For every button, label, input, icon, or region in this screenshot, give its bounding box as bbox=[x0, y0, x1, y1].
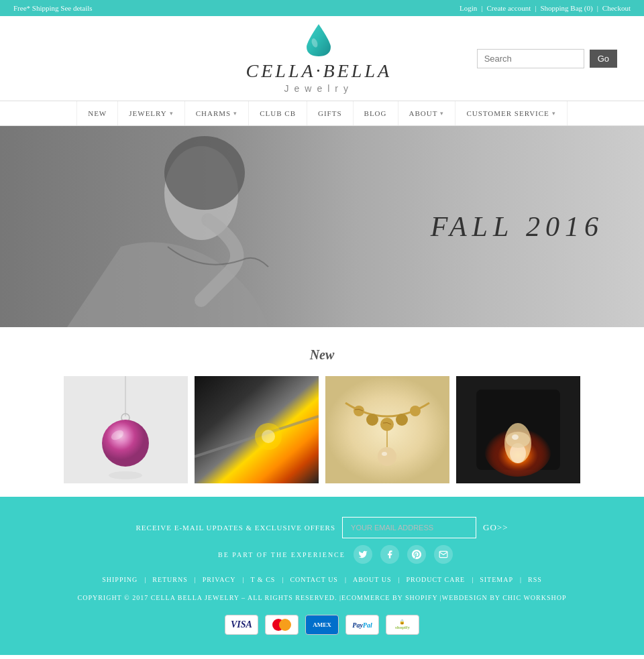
footer-link-rss[interactable]: RSS bbox=[528, 576, 542, 583]
nav-label-blog: BLOG bbox=[364, 109, 387, 117]
sep3: | bbox=[597, 4, 598, 12]
newsletter-input[interactable] bbox=[342, 517, 476, 538]
svg-point-29 bbox=[512, 434, 519, 440]
email-icon[interactable] bbox=[434, 545, 453, 564]
svg-point-3 bbox=[164, 136, 245, 210]
product-pendant-image bbox=[64, 376, 188, 483]
sep2: | bbox=[535, 4, 536, 12]
nav-label-clubcb: CLUB CB bbox=[260, 109, 296, 117]
footer-newsletter-row: RECEIVE E-MAIL UPDATES & EXCLUSIVE OFFER… bbox=[27, 517, 617, 564]
newsletter-go-button[interactable]: GO>> bbox=[483, 522, 508, 533]
nav-item-charms[interactable]: CHARMS ▾ bbox=[185, 101, 249, 125]
nav-item-clubcb[interactable]: CLUB CB bbox=[249, 101, 307, 125]
checkout-link[interactable]: Checkout bbox=[602, 4, 631, 12]
logo-text: CELLA·BELLA bbox=[246, 60, 392, 82]
chevron-down-icon: ▾ bbox=[170, 110, 174, 117]
svg-point-21 bbox=[382, 452, 387, 456]
svg-rect-10 bbox=[195, 376, 319, 483]
nav-label-jewelry: JEWELRY bbox=[129, 109, 167, 117]
svg-point-13 bbox=[262, 430, 275, 443]
logo-subtitle: Jewelry bbox=[246, 83, 392, 94]
newsletter-label: RECEIVE E-MAIL UPDATES & EXCLUSIVE OFFER… bbox=[136, 524, 335, 532]
footer-link-contact[interactable]: CONTACT US bbox=[290, 576, 338, 583]
header: CELLA·BELLA Jewelry Go bbox=[0, 16, 644, 101]
top-bar-right: Login | Create account | Shopping Bag (0… bbox=[460, 4, 631, 12]
twitter-icon[interactable] bbox=[354, 545, 372, 564]
shopify-payment-icon: 🔒 shopify bbox=[386, 615, 419, 635]
social-label: BE PART OF THE EXPERIENCE bbox=[218, 551, 345, 558]
product-card-2[interactable] bbox=[195, 376, 319, 483]
login-link[interactable]: Login bbox=[460, 4, 477, 12]
chevron-down-icon: ▾ bbox=[440, 110, 444, 117]
top-bar: Free* Shipping See details Login | Creat… bbox=[0, 0, 644, 16]
footer-link-shipping[interactable]: SHIPPING bbox=[102, 576, 138, 583]
mastercard-payment-icon bbox=[265, 615, 299, 635]
visa-payment-icon: VISA bbox=[225, 615, 258, 635]
footer-links: SHIPPING | RETURNS | PRIVACY | T & CS | … bbox=[27, 576, 617, 583]
product-glassblowing-image bbox=[195, 376, 319, 483]
footer: RECEIVE E-MAIL UPDATES & EXCLUSIVE OFFER… bbox=[0, 497, 644, 655]
footer-link-privacy[interactable]: PRIVACY bbox=[203, 576, 236, 583]
hero-title-text: FALL 2016 bbox=[431, 211, 604, 243]
logo: CELLA·BELLA Jewelry bbox=[246, 23, 392, 94]
chevron-down-icon: ▾ bbox=[233, 110, 237, 117]
svg-point-16 bbox=[366, 414, 378, 426]
main-nav: NEW JEWELRY ▾ CHARMS ▾ CLUB CB GIFTS BLO… bbox=[0, 101, 644, 126]
svg-point-28 bbox=[506, 432, 530, 448]
product-gold-necklace-image bbox=[325, 376, 449, 483]
nav-item-gifts[interactable]: GIFTS bbox=[307, 101, 354, 125]
nav-item-new[interactable]: NEW bbox=[76, 101, 118, 125]
footer-copyright: COPYRIGHT © 2017 CELLA BELLA JEWELRY – A… bbox=[27, 594, 617, 601]
search-area: Go bbox=[477, 49, 617, 68]
footer-link-product-care[interactable]: PRODUCT CARE bbox=[407, 576, 466, 583]
social-section: BE PART OF THE EXPERIENCE bbox=[218, 545, 453, 564]
nav-item-customer-service[interactable]: CUSTOMER SERVICE ▾ bbox=[455, 101, 567, 125]
hero-background: FALL 2016 bbox=[0, 126, 644, 327]
svg-point-20 bbox=[378, 447, 396, 466]
nav-item-blog[interactable]: BLOG bbox=[354, 101, 398, 125]
facebook-icon[interactable] bbox=[380, 545, 399, 564]
svg-point-7 bbox=[102, 420, 149, 467]
search-go-button[interactable]: Go bbox=[590, 50, 617, 68]
nav-item-about[interactable]: ABOUT ▾ bbox=[398, 101, 456, 125]
product-card-1[interactable] bbox=[64, 376, 188, 483]
amex-payment-icon: AMEX bbox=[305, 615, 339, 635]
pinterest-icon[interactable] bbox=[407, 545, 426, 564]
nav-item-jewelry[interactable]: JEWELRY ▾ bbox=[118, 101, 185, 125]
logo-droplet-icon bbox=[305, 23, 332, 58]
footer-link-sitemap[interactable]: SITEMAP bbox=[480, 576, 513, 583]
svg-point-19 bbox=[410, 406, 421, 416]
product-furnace-image bbox=[456, 376, 580, 483]
nav-label-customer-service: CUSTOMER SERVICE bbox=[466, 109, 549, 117]
new-section-title: New bbox=[13, 347, 631, 363]
products-grid bbox=[13, 376, 631, 483]
product-card-4[interactable] bbox=[456, 376, 580, 483]
payment-icons: VISA AMEX PayPal 🔒 shopify bbox=[27, 615, 617, 635]
nav-label-gifts: GIFTS bbox=[318, 109, 342, 117]
footer-link-about[interactable]: ABOUT US bbox=[353, 576, 392, 583]
footer-link-tcs[interactable]: T & CS bbox=[250, 576, 275, 583]
nav-label-about: ABOUT bbox=[409, 109, 438, 117]
paypal-payment-icon: PayPal bbox=[345, 615, 379, 635]
svg-point-9 bbox=[109, 471, 142, 479]
chevron-down-icon: ▾ bbox=[552, 110, 556, 117]
nav-label-new: NEW bbox=[88, 109, 107, 117]
create-account-link[interactable]: Create account bbox=[487, 4, 531, 12]
footer-link-returns[interactable]: RETURNS bbox=[152, 576, 188, 583]
shopping-bag-link[interactable]: Shopping Bag (0) bbox=[540, 4, 592, 12]
hero-banner: FALL 2016 bbox=[0, 126, 644, 327]
sep1: | bbox=[481, 4, 482, 12]
search-input[interactable] bbox=[477, 49, 584, 68]
svg-point-18 bbox=[396, 414, 408, 426]
new-products-section: New bbox=[0, 327, 644, 497]
product-card-3[interactable] bbox=[325, 376, 449, 483]
nav-label-charms: CHARMS bbox=[196, 109, 231, 117]
free-shipping-text: Free* Shipping See details bbox=[13, 4, 93, 12]
